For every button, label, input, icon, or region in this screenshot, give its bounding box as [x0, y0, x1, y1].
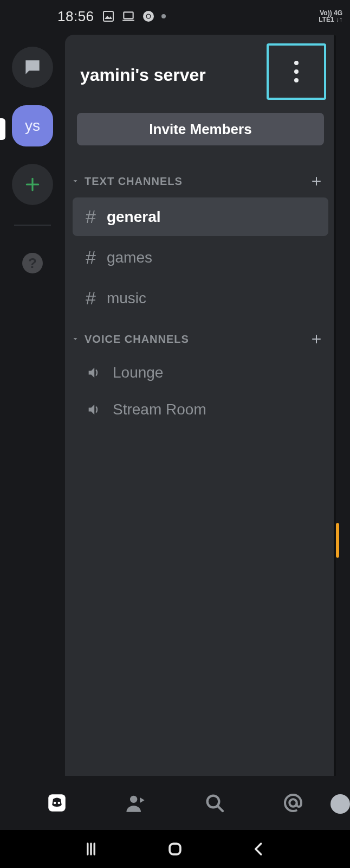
channel-label: Lounge [113, 364, 163, 381]
direct-messages-button[interactable] [12, 47, 53, 88]
voice-channel-lounge[interactable]: Lounge [73, 355, 328, 390]
mention-indicator [336, 523, 339, 558]
status-time: 18:56 [57, 8, 94, 25]
question-icon: ? [28, 255, 37, 272]
text-channel-general[interactable]: # general [73, 197, 328, 236]
nav-home-button[interactable] [163, 837, 187, 861]
status-left-cluster: 18:56 [57, 8, 166, 25]
channel-label: Stream Room [113, 401, 206, 418]
voice-channels-header-left: VOICE CHANNELS [70, 333, 189, 346]
server-title: yamini's server [80, 65, 206, 85]
server-menu-button[interactable] [267, 43, 326, 100]
search-icon [204, 792, 225, 814]
hash-icon: # [86, 206, 96, 227]
text-channels-label: TEXT CHANNELS [85, 175, 183, 188]
svg-point-15 [57, 802, 60, 805]
tab-profile[interactable] [330, 794, 350, 814]
svg-rect-23 [170, 844, 180, 854]
image-icon [102, 10, 115, 23]
channel-label: music [107, 290, 146, 307]
status-network-bottom: LTE1 ↓↑ [319, 16, 342, 23]
svg-rect-0 [103, 11, 113, 21]
tab-home[interactable] [44, 790, 70, 816]
chevron-down-icon [70, 334, 80, 344]
recent-icon [83, 841, 99, 857]
svg-point-17 [207, 796, 219, 808]
svg-point-6 [146, 15, 150, 18]
channel-label: general [107, 208, 161, 226]
bottom-tab-bar [0, 776, 350, 830]
hash-icon: # [86, 288, 96, 309]
channel-label: games [107, 249, 152, 266]
laptop-icon [121, 9, 135, 23]
svg-point-16 [130, 796, 137, 803]
svg-line-18 [218, 807, 222, 811]
kebab-icon [294, 61, 299, 82]
tab-mentions[interactable] [280, 790, 306, 816]
invite-members-label: Invite Members [149, 121, 251, 138]
nav-recent-button[interactable] [79, 837, 103, 861]
text-channels-header[interactable]: TEXT CHANNELS [65, 162, 336, 195]
android-nav-bar [0, 830, 350, 868]
add-voice-channel-button[interactable] [310, 333, 323, 346]
svg-point-14 [54, 802, 56, 805]
text-channels-header-left: TEXT CHANNELS [70, 175, 183, 188]
discord-logo-icon [46, 792, 68, 814]
voice-channel-stream-room[interactable]: Stream Room [73, 392, 328, 427]
at-icon [282, 792, 304, 814]
add-server-button[interactable] [12, 164, 53, 205]
voice-channels-label: VOICE CHANNELS [85, 333, 189, 346]
dot-icon [161, 14, 166, 18]
chevron-down-icon [70, 176, 80, 186]
text-channel-music[interactable]: # music [73, 279, 328, 317]
tab-search[interactable] [202, 790, 228, 816]
server-column-divider [14, 225, 51, 226]
plus-icon [24, 176, 41, 193]
status-network-cluster: Vo)) 4G LTE1 ↓↑ [319, 10, 342, 23]
hash-icon: # [86, 247, 96, 268]
add-text-channel-button[interactable] [310, 175, 323, 188]
server-column: ys ? [0, 33, 65, 776]
server-avatar-button[interactable]: ys [12, 105, 53, 146]
speaker-icon [86, 365, 102, 381]
back-icon [251, 841, 267, 857]
invite-members-button[interactable]: Invite Members [77, 113, 324, 145]
discord-app: ys ? yamini's server Invite Members [0, 33, 350, 776]
help-button[interactable]: ? [22, 253, 43, 273]
chrome-icon [142, 10, 155, 23]
panel-right-shadow [334, 35, 336, 778]
channel-panel: yamini's server Invite Members TEXT CHAN… [65, 35, 336, 776]
server-initials: ys [25, 117, 40, 135]
svg-rect-2 [124, 12, 133, 18]
nav-back-button[interactable] [247, 837, 271, 861]
status-notification-icons [102, 9, 166, 23]
chat-icon [22, 57, 43, 78]
voice-channels-header[interactable]: VOICE CHANNELS [65, 320, 336, 353]
text-channel-games[interactable]: # games [73, 238, 328, 277]
android-status-bar: 18:56 Vo)) 4G LTE1 ↓↑ [0, 0, 350, 33]
home-icon [166, 840, 184, 858]
friends-icon [125, 792, 146, 814]
tab-friends[interactable] [122, 790, 148, 816]
speaker-icon [86, 401, 102, 418]
server-header: yamini's server [65, 35, 336, 111]
svg-marker-1 [105, 16, 112, 19]
server-selected-indicator [0, 118, 5, 140]
